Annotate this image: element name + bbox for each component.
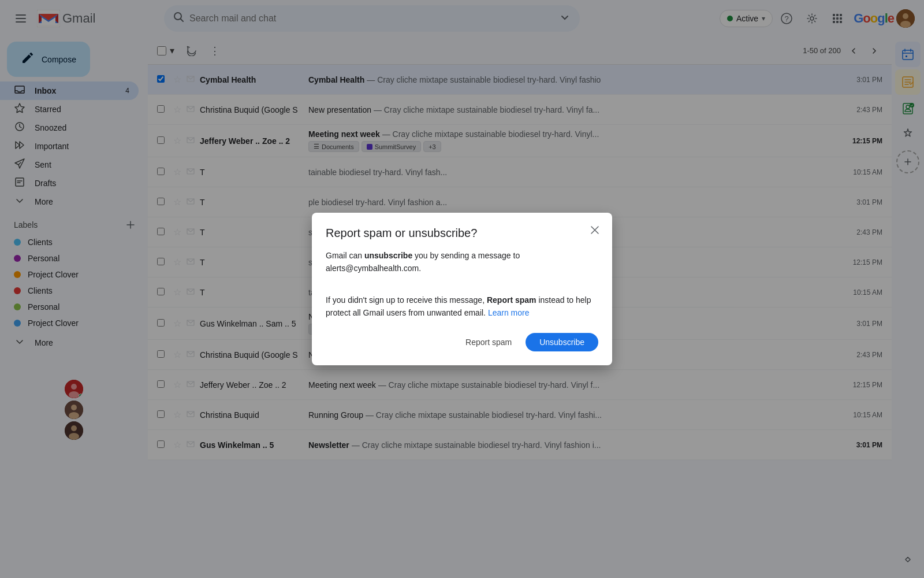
dialog-body-1: Gmail can unsubscribe you by sending a m…: [326, 249, 598, 275]
dialog-spacer: [326, 284, 598, 294]
dialog-close-button[interactable]: [584, 220, 605, 240]
report-spam-dialog: Report spam or unsubscribe? Gmail can un…: [312, 213, 612, 366]
unsubscribe-button[interactable]: Unsubscribe: [526, 333, 598, 351]
dialog-title: Report spam or unsubscribe?: [326, 227, 598, 240]
report-spam-button[interactable]: Report spam: [456, 333, 521, 351]
dialog-body-2: If you didn't sign up to receive this me…: [326, 294, 598, 320]
dialog-email-address: alerts@cymbalhealth.com.: [326, 264, 421, 273]
learn-more-link[interactable]: Learn more: [488, 308, 530, 317]
dialog-overlay[interactable]: Report spam or unsubscribe? Gmail can un…: [0, 0, 924, 578]
dialog-actions: Report spam Unsubscribe: [326, 333, 598, 351]
